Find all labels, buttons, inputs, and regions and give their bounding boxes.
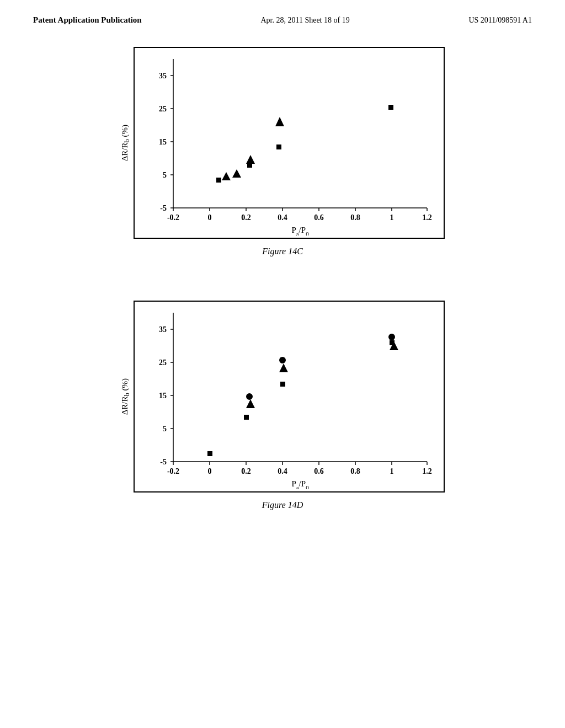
header-publication-label: Patent Application Publication [33,15,142,25]
svg-text:-0.2: -0.2 [167,467,179,475]
header-patent-number: US 2011/098591 A1 [468,16,532,25]
svg-text:25: 25 [159,358,167,367]
square-point-d [244,415,249,420]
square-point-d [207,451,212,456]
svg-text:0.6: 0.6 [314,213,324,222]
svg-text:1: 1 [390,467,394,475]
square-point [276,144,281,149]
figure-14c-caption: Figure 14C [262,247,303,256]
svg-text:5: 5 [163,171,167,179]
figure-14d-caption: Figure 14D [262,500,303,510]
svg-text:0: 0 [208,213,212,222]
svg-text:0: 0 [208,467,212,475]
circle-point-d [388,334,395,340]
svg-text:0.4: 0.4 [278,467,287,475]
svg-text:25: 25 [159,105,167,113]
figure-14d-container: ΔR/Rb (%) 35 25 15 5 -5 [0,301,565,532]
header-date-sheet: Apr. 28, 2011 Sheet 18 of 19 [260,16,349,25]
figure-14c-container: ΔR/Rb (%) 35 25 15 [0,47,565,279]
square-point-d [280,382,285,387]
figure-14d-chart: 35 25 15 5 -5 -0.2 0 0.2 [134,301,445,493]
svg-text:35: 35 [159,325,167,334]
svg-text:0.6: 0.6 [314,467,324,475]
square-point [216,178,221,183]
triangle-point [232,169,241,178]
figure-14c-y-axis-label: ΔR/Rb (%) [120,125,131,161]
triangle-point-d [246,399,255,408]
svg-text:0.8: 0.8 [350,213,360,222]
circle-point-d [246,393,253,400]
svg-text:-5: -5 [160,458,167,466]
svg-text:0.8: 0.8 [350,467,360,475]
svg-text:15: 15 [159,138,167,146]
svg-text:35: 35 [159,72,167,80]
circle-point-d [279,357,286,363]
svg-text:5: 5 [163,425,167,433]
svg-text:-5: -5 [160,204,167,212]
square-point [388,105,393,110]
figure-14c-chart-wrapper: ΔR/Rb (%) 35 25 15 [120,47,445,239]
svg-text:15: 15 [159,392,167,400]
svg-text:0.2: 0.2 [241,213,251,222]
svg-text:1.2: 1.2 [422,467,432,475]
triangle-point-d [279,363,288,372]
triangle-point [222,172,231,180]
svg-text:1.2: 1.2 [422,213,432,222]
figure-14d-svg: 35 25 15 5 -5 -0.2 0 0.2 [135,302,444,489]
svg-text:Pa/P0: Pa/P0 [291,479,309,489]
figure-14c-chart: 35 25 15 5 -5 -0.2 0 [134,47,445,239]
svg-text:1: 1 [390,213,394,222]
figure-14c-svg: 35 25 15 5 -5 -0.2 0 [135,48,444,235]
figure-14d-chart-wrapper: ΔR/Rb (%) 35 25 15 5 -5 [120,301,445,493]
svg-text:Pa/P0: Pa/P0 [291,226,309,235]
svg-text:0.2: 0.2 [241,467,251,475]
figure-14d-y-axis-label: ΔR/Rb (%) [120,378,131,415]
triangle-point [246,155,255,164]
svg-text:0.4: 0.4 [278,213,287,222]
svg-text:-0.2: -0.2 [167,213,179,222]
triangle-point [275,117,284,126]
page-header: Patent Application Publication Apr. 28, … [0,0,565,25]
